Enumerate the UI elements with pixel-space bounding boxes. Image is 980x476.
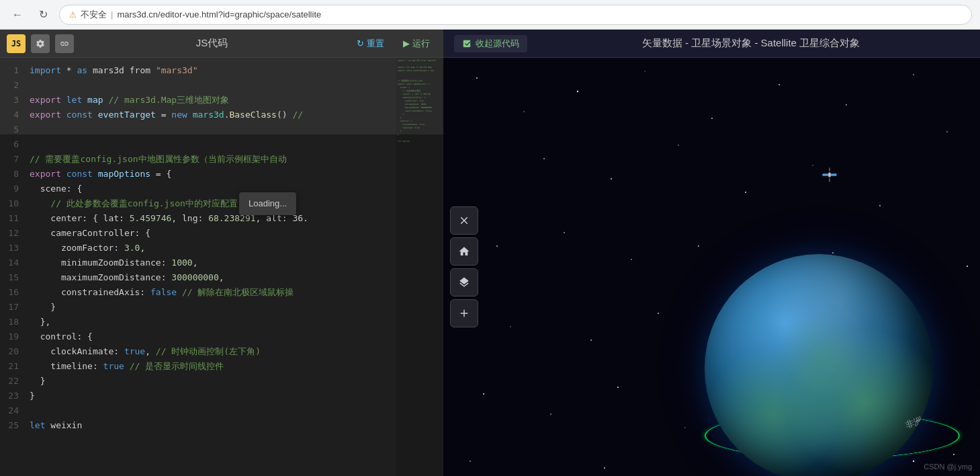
svg-point-31 bbox=[550, 413, 551, 415]
address-bar[interactable]: ⚠ 不安全 | mars3d.cn/editor-vue.html?id=gra… bbox=[59, 5, 972, 25]
code-line-12: cameraController: { bbox=[30, 226, 396, 241]
svg-point-3 bbox=[644, 71, 645, 71]
svg-point-6 bbox=[846, 104, 847, 106]
home-control-button[interactable] bbox=[450, 237, 478, 266]
globe-container: 哈萨克 非洲 bbox=[705, 254, 946, 476]
code-line-22: } bbox=[30, 374, 396, 389]
browser-chrome: ← ↻ ⚠ 不安全 | mars3d.cn/editor-vue.html?id… bbox=[0, 0, 980, 30]
globe-label-1: 哈萨克 bbox=[897, 272, 921, 287]
svg-point-24 bbox=[590, 340, 592, 341]
svg-point-33 bbox=[684, 427, 686, 428]
page-title: 矢量数据 - 卫星场景对象 - Satellite 卫星综合对象 bbox=[533, 37, 969, 50]
reset-button[interactable]: ↻ 重置 bbox=[350, 35, 391, 52]
svg-point-37 bbox=[953, 454, 954, 455]
svg-point-54 bbox=[828, 173, 831, 176]
code-line-25: let weixin bbox=[30, 418, 396, 433]
svg-point-13 bbox=[812, 165, 813, 166]
security-icon: ⚠ bbox=[69, 10, 77, 19]
code-line-7: // 需要覆盖config.json中地图属性参数（当前示例框架中自动 bbox=[30, 152, 396, 167]
svg-point-25 bbox=[658, 313, 659, 314]
code-line-17: } bbox=[30, 300, 396, 315]
minimap: import * as mars3d from "mars3d" export … bbox=[396, 58, 443, 476]
svg-point-9 bbox=[543, 158, 545, 159]
code-line-9: scene: { bbox=[30, 182, 396, 196]
svg-point-20 bbox=[832, 252, 834, 253]
code-line-1: import * as mars3d from "mars3d" bbox=[30, 63, 396, 78]
code-line-4: export const eventTarget = new mars3d.Ba… bbox=[30, 108, 396, 122]
code-line-6 bbox=[30, 137, 396, 152]
code-line-10: // 此处参数会覆盖config.json中的对应配置 bbox=[30, 196, 396, 211]
svg-point-5 bbox=[778, 84, 780, 85]
code-line-24 bbox=[30, 403, 396, 418]
svg-point-15 bbox=[496, 245, 498, 247]
code-line-14: minimumZoomDistance: 1000, bbox=[30, 255, 396, 270]
loading-tooltip: Loading... bbox=[239, 192, 296, 215]
svg-point-16 bbox=[564, 232, 565, 233]
code-line-2 bbox=[30, 78, 396, 93]
link-button[interactable] bbox=[55, 34, 74, 53]
right-panel: 收起源代码 矢量数据 - 卫星场景对象 - Satellite 卫星综合对象 bbox=[443, 30, 980, 476]
separator: | bbox=[111, 9, 113, 19]
satellite-icon bbox=[820, 165, 839, 188]
code-line-20: clockAnimate: true, // 时钟动画控制(左下角) bbox=[30, 344, 396, 359]
code-line-13: zoomFactor: 3.0, bbox=[30, 241, 396, 255]
layers-control-button[interactable] bbox=[450, 268, 478, 296]
map-area[interactable]: 哈萨克 非洲 bbox=[443, 58, 980, 476]
security-label: 不安全 bbox=[81, 9, 107, 21]
svg-point-12 bbox=[745, 192, 746, 193]
code-line-11: center: { lat: 5.459746, lng: 68.238291,… bbox=[30, 211, 396, 226]
add-control-button[interactable] bbox=[450, 299, 478, 327]
svg-point-22 bbox=[967, 266, 968, 267]
code-line-19: control: { bbox=[30, 329, 396, 344]
svg-point-30 bbox=[483, 393, 484, 395]
code-line-18: }, bbox=[30, 315, 396, 329]
svg-rect-53 bbox=[831, 173, 837, 176]
code-panel: JS JS代码 ↻ 重置 ▶ 运行 12345 678910 111 bbox=[0, 30, 443, 476]
svg-point-17 bbox=[631, 259, 632, 260]
code-panel-title: JS代码 bbox=[79, 37, 345, 50]
globe-label-2: 非洲 bbox=[904, 414, 925, 432]
js-icon-button[interactable]: JS bbox=[7, 34, 26, 53]
code-area: 12345 678910 1112131415 1617181920 21222… bbox=[0, 58, 443, 476]
close-control-button[interactable] bbox=[450, 206, 478, 235]
code-line-23: } bbox=[30, 389, 396, 403]
refresh-button[interactable]: ↻ bbox=[34, 5, 52, 24]
svg-point-7 bbox=[913, 74, 914, 75]
line-numbers: 12345 678910 1112131415 1617181920 21222… bbox=[0, 58, 24, 476]
svg-point-1 bbox=[523, 111, 525, 112]
svg-point-40 bbox=[604, 467, 605, 469]
url-text: mars3d.cn/editor-vue.html?id=graphic/spa… bbox=[117, 9, 321, 19]
svg-point-38 bbox=[470, 461, 471, 462]
svg-point-10 bbox=[611, 178, 612, 180]
svg-rect-52 bbox=[823, 173, 829, 176]
code-line-5 bbox=[30, 122, 396, 137]
code-line-16: constrainedAxis: false // 解除在南北极区域鼠标操 bbox=[30, 285, 396, 300]
svg-point-11 bbox=[678, 145, 678, 145]
globe: 哈萨克 非洲 bbox=[705, 254, 933, 476]
code-line-15: maximumZoomDistance: 300000000, bbox=[30, 270, 396, 285]
svg-point-23 bbox=[510, 326, 511, 327]
watermark: CSDN @j.ymg bbox=[924, 463, 972, 471]
settings-button[interactable] bbox=[31, 34, 50, 53]
source-button[interactable]: 收起源代码 bbox=[454, 35, 527, 52]
svg-point-2 bbox=[577, 91, 578, 92]
run-button[interactable]: ▶ 运行 bbox=[396, 35, 437, 52]
code-line-8: export const mapOptions = { bbox=[30, 167, 396, 182]
back-button[interactable]: ← bbox=[8, 5, 27, 24]
svg-point-14 bbox=[879, 205, 881, 206]
svg-point-0 bbox=[476, 77, 478, 79]
right-header: 收起源代码 矢量数据 - 卫星场景对象 - Satellite 卫星综合对象 bbox=[443, 30, 980, 58]
svg-point-32 bbox=[617, 387, 619, 388]
code-editor[interactable]: Loading... import * as mars3d from "mars… bbox=[24, 58, 396, 476]
svg-point-18 bbox=[698, 245, 699, 247]
code-line-21: timeline: true // 是否显示时间线控件 bbox=[30, 359, 396, 374]
code-toolbar: JS JS代码 ↻ 重置 ▶ 运行 bbox=[0, 30, 443, 58]
map-controls bbox=[450, 206, 478, 327]
code-line-3: export let map // mars3d.Map三维地图对象 bbox=[30, 93, 396, 108]
svg-point-8 bbox=[946, 131, 948, 132]
svg-point-4 bbox=[711, 118, 713, 119]
app-layout: JS JS代码 ↻ 重置 ▶ 运行 12345 678910 111 bbox=[0, 30, 980, 476]
